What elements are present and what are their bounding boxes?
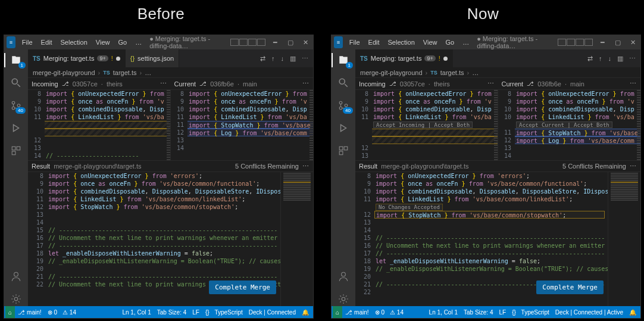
tab-label: Merging: target.ts	[43, 55, 95, 62]
status-tabsize[interactable]: Tab Size: 4	[461, 306, 496, 318]
menu-view[interactable]: View	[419, 39, 442, 46]
activity-explorer[interactable]: 1	[9, 53, 23, 67]
status-problems[interactable]: ⊗0 ⚠14	[45, 306, 79, 318]
down-icon[interactable]: ↓	[281, 55, 285, 62]
menu-edit[interactable]: Edit	[364, 39, 384, 46]
split-icon[interactable]: ▥	[290, 55, 296, 63]
app-logo: ≡	[334, 36, 343, 48]
menu-view[interactable]: View	[92, 39, 114, 46]
tab-settings-json[interactable]: {} settings.json	[126, 49, 180, 67]
up-icon[interactable]: ↑	[271, 55, 275, 62]
app-logo: ≡	[7, 36, 15, 48]
tab-merging[interactable]: TS Merging: target.ts 9+ !	[28, 49, 126, 67]
menu-go[interactable]: Go	[441, 39, 458, 46]
status-branch[interactable]: ⎇main!	[15, 306, 44, 318]
layout-controls[interactable]	[555, 39, 595, 46]
menu-edit[interactable]: Edit	[37, 39, 57, 46]
incoming-more-icon[interactable]: ⋯	[487, 80, 495, 88]
current-more-icon[interactable]: ⋯	[302, 80, 310, 88]
status-deck[interactable]: Deck | Connected | Active	[552, 306, 626, 318]
svg-point-13	[339, 107, 342, 110]
result-pane[interactable]: 8910111213141516171819202122 import { on…	[355, 172, 640, 306]
incoming-pane[interactable]: 8910111213 import { onUnexpectedError } …	[355, 90, 498, 160]
incoming-pane[interactable]: 891011121314 import { onUnexpectedError …	[28, 90, 171, 160]
svg-rect-6	[17, 147, 20, 150]
activity-bar: 1 40	[4, 49, 28, 306]
status-lang[interactable]: {} TypeScript	[509, 306, 552, 318]
breadcrumb[interactable]: merge-git-playground› TStarget.ts›…	[355, 67, 640, 78]
maximize-button[interactable]: ▢	[611, 35, 626, 49]
menu-file[interactable]: File	[345, 39, 364, 46]
more-icon[interactable]: ⋯	[629, 55, 636, 63]
result-more-icon[interactable]: ⋯	[630, 163, 637, 170]
menu-selection[interactable]: Selection	[384, 39, 419, 46]
complete-merge-button[interactable]: Complete Merge	[209, 281, 276, 294]
minimize-button[interactable]: ━	[595, 35, 610, 49]
current-header: Current ⎇ 036fb6e· main ⋯	[498, 78, 641, 89]
minimap[interactable]	[608, 172, 640, 306]
complete-merge-button[interactable]: Complete Merge	[536, 281, 604, 294]
close-button[interactable]: ✕	[298, 35, 313, 49]
diff-icon[interactable]: ⇄	[587, 55, 593, 63]
svg-point-14	[345, 104, 348, 107]
menu-file[interactable]: File	[18, 39, 37, 46]
breadcrumb[interactable]: merge-git-playground› TStarget.ts›…	[28, 67, 313, 78]
activity-explorer[interactable]: 1	[336, 53, 351, 67]
minimap[interactable]	[280, 172, 313, 306]
current-more-icon[interactable]: ⋯	[630, 80, 637, 88]
tab-merging[interactable]: TS Merging: target.ts 9+ !	[355, 49, 453, 67]
diff-icon[interactable]: ⇄	[260, 55, 265, 63]
activity-search[interactable]	[9, 76, 23, 90]
more-icon[interactable]: ⋯	[302, 55, 308, 63]
status-tabsize[interactable]: Tab Size: 4	[154, 306, 189, 318]
svg-point-12	[339, 101, 342, 104]
titlebar: ≡ File Edit Selection View Go … ● Mergin…	[4, 35, 313, 49]
activity-settings[interactable]	[336, 292, 351, 306]
status-bell[interactable]: 🔔	[626, 306, 639, 318]
activity-debug[interactable]	[9, 121, 23, 135]
menu-selection[interactable]: Selection	[57, 39, 92, 46]
menu-go[interactable]: Go	[114, 39, 131, 46]
caption-now: Now	[322, 0, 644, 30]
close-button[interactable]: ✕	[626, 35, 640, 49]
minimize-button[interactable]: ━	[268, 35, 283, 49]
menu-more[interactable]: …	[131, 39, 146, 46]
activity-scm[interactable]: 40	[9, 98, 23, 113]
codelens-accept-current[interactable]: Accept Current | Accept Both	[516, 121, 612, 128]
status-eol[interactable]: LF	[189, 306, 202, 318]
activity-account[interactable]	[336, 269, 351, 283]
maximize-button[interactable]: ▢	[283, 35, 298, 49]
activity-settings[interactable]	[9, 292, 23, 306]
result-pane[interactable]: 8910111213141516171819202122 import { on…	[28, 172, 313, 306]
incoming-more-icon[interactable]: ⋯	[160, 80, 167, 88]
status-branch[interactable]: ⎇main!	[342, 306, 371, 318]
down-icon[interactable]: ↓	[608, 55, 612, 62]
svg-line-1	[17, 84, 20, 87]
status-cursor[interactable]: Ln 1, Col 1	[119, 306, 154, 318]
status-eol[interactable]: LF	[496, 306, 509, 318]
current-pane[interactable]: 89101011121314 import { onUnexpectedErro…	[498, 90, 640, 160]
activity-search[interactable]	[336, 76, 351, 90]
menu-more[interactable]: …	[458, 39, 473, 46]
up-icon[interactable]: ↑	[599, 55, 602, 62]
status-lang[interactable]: {} TypeScript	[202, 306, 246, 318]
status-cursor[interactable]: Ln 1, Col 1	[426, 306, 461, 318]
codelens-accept-incoming[interactable]: Accept Incoming | Accept Both	[373, 121, 473, 128]
remote-indicator[interactable]: ⌂	[333, 306, 342, 318]
current-header: Current ⎇ 036fb6e· main ⋯	[171, 78, 314, 89]
result-more-icon[interactable]: ⋯	[302, 163, 310, 170]
activity-account[interactable]	[9, 269, 23, 283]
statusbar: ⌂ ⎇main! ⊗0 ⚠14 Ln 1, Col 1 Tab Size: 4 …	[4, 306, 313, 318]
activity-extensions[interactable]	[336, 144, 351, 158]
layout-controls[interactable]	[228, 39, 268, 46]
svg-rect-7	[12, 151, 15, 155]
activity-debug[interactable]	[336, 121, 351, 135]
status-problems[interactable]: ⊗0 ⚠14	[372, 306, 407, 318]
remote-indicator[interactable]: ⌂	[5, 306, 15, 318]
activity-scm[interactable]: 40	[336, 98, 351, 113]
current-pane[interactable]: 89101111121314 import { onUnexpectedErro…	[171, 90, 313, 160]
status-deck[interactable]: Deck | Connected	[246, 306, 299, 318]
split-icon[interactable]: ▥	[617, 55, 623, 63]
activity-extensions[interactable]	[9, 144, 23, 158]
status-bell[interactable]: 🔔	[299, 306, 312, 318]
